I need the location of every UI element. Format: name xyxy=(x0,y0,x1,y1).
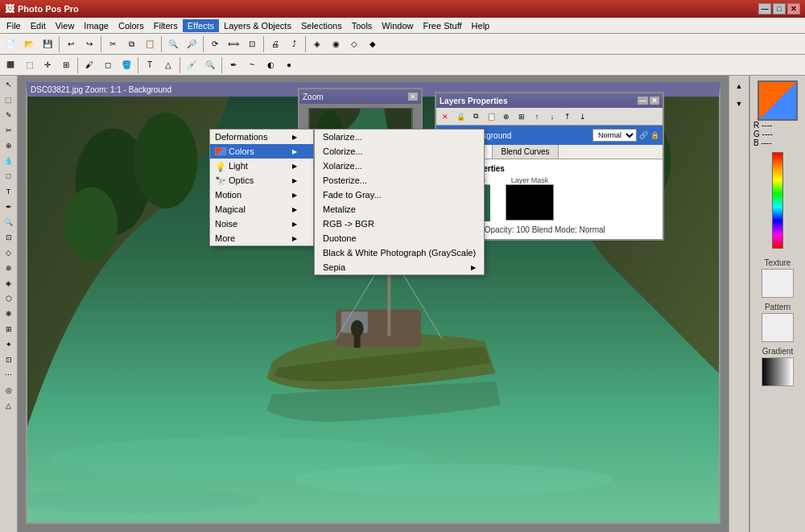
zoom-in-button[interactable]: 🔍 xyxy=(164,35,182,53)
open-button[interactable]: 📂 xyxy=(20,35,38,53)
menu-view[interactable]: View xyxy=(51,19,80,32)
tool-fill[interactable]: 🪣 xyxy=(118,56,135,74)
left-tool-21[interactable]: ◎ xyxy=(2,383,16,398)
menu-help[interactable]: Help xyxy=(467,19,495,32)
sm-sepia[interactable]: Sepia ▶ xyxy=(315,260,484,274)
left-tool-1[interactable]: ↖ xyxy=(2,77,16,92)
color-spectrum[interactable] xyxy=(772,152,783,249)
paste-button[interactable]: 📋 xyxy=(141,35,159,53)
layers-down-btn[interactable]: ↓ xyxy=(545,109,559,124)
left-tool-15[interactable]: ⬡ xyxy=(2,291,16,306)
tool-move[interactable]: ✛ xyxy=(39,56,56,74)
save-button[interactable]: 💾 xyxy=(39,35,56,53)
pattern-swatch[interactable] xyxy=(762,313,794,342)
minimize-button[interactable]: — xyxy=(758,3,771,14)
menu-filters[interactable]: Filters xyxy=(149,19,183,32)
dd-motion[interactable]: Motion ▶ xyxy=(210,188,313,202)
sm-rgb-bgr[interactable]: RGB -> BGR xyxy=(315,217,484,231)
left-tool-16[interactable]: ❋ xyxy=(2,307,16,321)
left-tool-13[interactable]: ⊗ xyxy=(2,261,16,275)
filter-btn-1[interactable]: ◈ xyxy=(308,35,326,53)
left-tool-4[interactable]: ✂ xyxy=(2,123,16,138)
sm-xolarize[interactable]: Xolarize... xyxy=(315,159,484,173)
redo-button[interactable]: ↪ xyxy=(80,35,98,53)
dd-noise[interactable]: Noise ▶ xyxy=(210,217,313,231)
left-tool-6[interactable]: 💧 xyxy=(2,154,16,168)
tool-brush[interactable]: 🖌 xyxy=(80,56,98,74)
menu-edit[interactable]: Edit xyxy=(26,19,51,32)
layers-bottom-btn[interactable]: ⤓ xyxy=(576,109,590,124)
layers-paste-btn[interactable]: 📋 xyxy=(484,109,498,124)
tool-magnify[interactable]: 🔍 xyxy=(201,56,219,74)
tool-text[interactable]: T xyxy=(141,56,159,74)
filter-btn-4[interactable]: ◆ xyxy=(364,35,382,53)
sm-posterize[interactable]: Posterize... xyxy=(315,173,484,188)
dd-light[interactable]: 💡 Light ▶ xyxy=(210,159,313,173)
layers-up-btn[interactable]: ↑ xyxy=(530,109,544,124)
layers-flat-btn[interactable]: ⊞ xyxy=(514,109,529,124)
left-tool-19[interactable]: ⊡ xyxy=(2,353,16,367)
copy-button[interactable]: ⧉ xyxy=(122,35,140,53)
dd-deformations[interactable]: Deformations ▶ xyxy=(210,130,313,144)
zoom-close[interactable]: ✕ xyxy=(408,93,418,101)
left-tool-11[interactable]: ⊡ xyxy=(2,230,16,245)
sm-bw-photo[interactable]: Black & White Photograph (GrayScale) xyxy=(315,245,484,260)
resize-button[interactable]: ⊡ xyxy=(243,35,261,53)
left-tool-2[interactable]: ⬚ xyxy=(2,93,16,107)
tab-blend-curves[interactable]: Blend Curves xyxy=(493,145,558,159)
layers-copy-btn[interactable]: ⧉ xyxy=(469,109,483,124)
close-button[interactable]: ✕ xyxy=(787,3,800,14)
menu-selections[interactable]: Selections xyxy=(296,19,347,32)
layers-lock-btn[interactable]: 🔒 xyxy=(453,109,468,124)
sm-metalize[interactable]: Metalize xyxy=(315,202,484,217)
layers-min-btn[interactable]: — xyxy=(638,97,648,105)
menu-layers[interactable]: Layers & Objects xyxy=(219,19,296,32)
sm-duotone[interactable]: Duotone xyxy=(315,231,484,245)
new-button[interactable]: 📄 xyxy=(2,35,19,53)
export-button[interactable]: ⤴ xyxy=(285,35,303,53)
left-tool-20[interactable]: ⋯ xyxy=(2,368,16,382)
layers-close-btn[interactable]: ✕ xyxy=(650,97,659,105)
tool-lasso[interactable]: ⬚ xyxy=(20,56,38,74)
menu-window[interactable]: Window xyxy=(377,19,418,32)
menu-effects[interactable]: Effects xyxy=(183,19,219,32)
undo-button[interactable]: ↩ xyxy=(62,35,80,53)
tool-shape[interactable]: △ xyxy=(159,56,177,74)
tool-eyedrop[interactable]: 💉 xyxy=(183,56,200,74)
color-swatch[interactable] xyxy=(758,80,798,121)
layers-del-btn[interactable]: ✕ xyxy=(438,109,452,124)
left-tool-22[interactable]: △ xyxy=(2,398,16,413)
filter-btn-3[interactable]: ◇ xyxy=(345,35,363,53)
tool-eraser[interactable]: ◻ xyxy=(99,56,117,74)
blend-mode-select[interactable]: Normal Multiply Screen xyxy=(592,129,637,142)
layers-merge-btn[interactable]: ⊕ xyxy=(499,109,514,124)
gradient-swatch[interactable] xyxy=(762,357,794,386)
left-tool-14[interactable]: ◈ xyxy=(2,276,16,291)
tool-burn[interactable]: ● xyxy=(280,56,298,74)
left-tool-8[interactable]: T xyxy=(2,184,16,199)
menu-tools[interactable]: Tools xyxy=(347,19,378,32)
dd-colors[interactable]: Colors ▶ xyxy=(210,144,313,159)
menu-free-stuff[interactable]: Free Stuff xyxy=(418,19,466,32)
left-tool-12[interactable]: ◇ xyxy=(2,245,16,260)
left-tool-17[interactable]: ⊞ xyxy=(2,322,16,336)
tool-smudge[interactable]: ~ xyxy=(243,56,261,74)
left-tool-18[interactable]: ✦ xyxy=(2,337,16,352)
print-button[interactable]: 🖨 xyxy=(266,35,284,53)
tool-crop[interactable]: ⊞ xyxy=(57,56,75,74)
left-tool-3[interactable]: ✎ xyxy=(2,108,16,122)
tool-select[interactable]: ⬛ xyxy=(2,56,19,74)
sm-colorize[interactable]: Colorize... xyxy=(315,144,484,159)
sm-fade-to-gray[interactable]: Fade to Gray... xyxy=(315,188,484,202)
cut-button[interactable]: ✂ xyxy=(104,35,122,53)
filter-btn-2[interactable]: ◉ xyxy=(327,35,345,53)
rotate-button[interactable]: ⟳ xyxy=(206,35,224,53)
tool-pen[interactable]: ✒ xyxy=(225,56,242,74)
left-tool-7[interactable]: □ xyxy=(2,169,16,184)
layers-top-btn[interactable]: ⤒ xyxy=(560,109,575,124)
dd-more[interactable]: More ▶ xyxy=(210,231,313,245)
left-tool-9[interactable]: ✒ xyxy=(2,200,16,214)
scroll-up-btn[interactable]: ▲ xyxy=(732,79,746,93)
maximize-button[interactable]: □ xyxy=(773,3,786,14)
dd-optics[interactable]: 🔭 Optics ▶ xyxy=(210,173,313,188)
